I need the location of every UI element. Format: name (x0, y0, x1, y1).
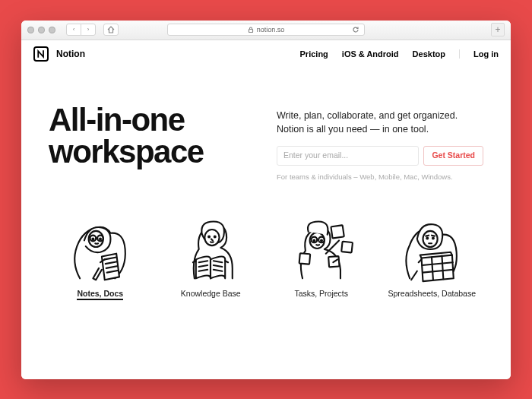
url-bar[interactable]: notion.so (167, 24, 365, 36)
feature-knowledge-base[interactable]: Knowledge Base (160, 211, 263, 300)
nav-buttons: ‹ › (66, 24, 96, 36)
hero-copy: Write, plan, collaborate, and get organi… (277, 104, 483, 183)
nav-divider (459, 49, 460, 59)
forward-button[interactable]: › (81, 24, 96, 36)
svg-point-5 (100, 239, 101, 240)
browser-window: ‹ › notion.so + Notion Pricing iOS & And… (21, 21, 511, 379)
svg-point-19 (427, 238, 429, 239)
feature-notes-docs[interactable]: Notes, Docs (49, 211, 152, 300)
lock-icon (248, 27, 254, 33)
svg-point-4 (92, 239, 93, 240)
close-icon[interactable] (27, 27, 34, 33)
tagline-line2: Notion is all you need — in one tool. (277, 122, 483, 137)
signup-row: Enter your email... Get Started (277, 146, 483, 166)
top-nav: Pricing iOS & Android Desktop Log in (300, 49, 499, 59)
svg-rect-15 (341, 242, 353, 253)
new-tab-button[interactable]: + (491, 23, 505, 36)
svg-rect-14 (331, 225, 344, 238)
illustration-knowledge (174, 211, 247, 284)
illustration-notes (64, 211, 137, 284)
features-row: Notes, Docs (21, 190, 511, 308)
illustration-tasks (285, 211, 358, 284)
feature-label: Tasks, Projects (294, 289, 348, 298)
get-started-button[interactable]: Get Started (423, 146, 483, 166)
traffic-lights (27, 27, 55, 33)
svg-point-6 (205, 230, 220, 245)
nav-desktop[interactable]: Desktop (413, 49, 445, 59)
feature-spreadsheets-database[interactable]: Spreadsheets, Database (381, 211, 484, 300)
page-content: Notion Pricing iOS & Android Desktop Log… (21, 40, 511, 379)
nav-pricing[interactable]: Pricing (300, 49, 328, 59)
hero-title-line1: All-in-one (49, 104, 261, 137)
notion-logo-icon (33, 46, 49, 62)
refresh-icon[interactable] (353, 27, 359, 33)
nav-login[interactable]: Log in (473, 49, 499, 59)
email-input[interactable]: Enter your email... (277, 146, 419, 166)
home-icon (107, 26, 115, 33)
tagline-line1: Write, plan, collaborate, and get organi… (277, 109, 483, 123)
hero-subtext: For teams & individuals – Web, Mobile, M… (277, 172, 483, 182)
svg-rect-17 (299, 253, 310, 264)
svg-point-13 (321, 240, 322, 242)
svg-point-7 (208, 236, 210, 238)
hero: All-in-one workspace Write, plan, collab… (21, 68, 511, 191)
svg-point-20 (432, 238, 434, 239)
back-button[interactable]: ‹ (66, 24, 81, 36)
hero-heading: All-in-one workspace (49, 104, 261, 169)
browser-chrome: ‹ › notion.so + (21, 21, 511, 40)
svg-point-8 (214, 236, 216, 238)
cta-label: Get Started (432, 150, 475, 162)
home-button[interactable] (103, 24, 119, 36)
hero-title-line2: workspace (49, 136, 261, 169)
url-text: notion.so (257, 26, 285, 33)
svg-point-18 (423, 231, 438, 247)
feature-label: Knowledge Base (181, 289, 241, 298)
nav-mobile[interactable]: iOS & Android (342, 49, 399, 59)
brand-name: Notion (56, 49, 85, 59)
site-header: Notion Pricing iOS & Android Desktop Log… (21, 40, 511, 68)
svg-rect-0 (249, 30, 252, 33)
minimize-icon[interactable] (38, 27, 45, 33)
feature-label: Spreadsheets, Database (388, 289, 476, 298)
maximize-icon[interactable] (49, 27, 55, 33)
email-placeholder: Enter your email... (283, 150, 348, 162)
svg-point-12 (313, 240, 315, 242)
feature-tasks-projects[interactable]: Tasks, Projects (270, 211, 373, 300)
feature-label: Notes, Docs (77, 289, 123, 300)
illustration-database (395, 211, 468, 284)
